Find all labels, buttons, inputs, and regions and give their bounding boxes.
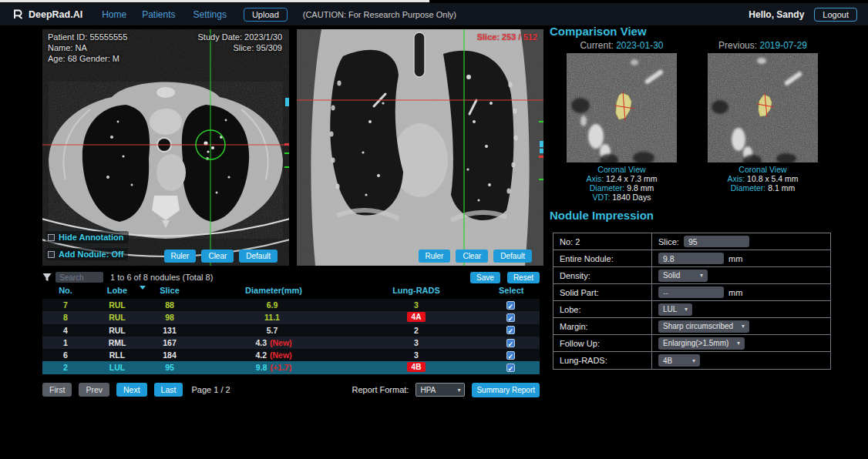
- density-value: Solid: [663, 271, 680, 280]
- diameter-value: 9.8 mm: [627, 183, 654, 193]
- lobe-select[interactable]: LUL ▾: [658, 303, 692, 316]
- coronal-viewer: Slice: 253 / 512 Ruler Clear Default: [297, 29, 543, 266]
- table-row-selected[interactable]: 2 LUL 95 9.8(+1.7) 4B: [42, 361, 540, 374]
- upload-button[interactable]: Upload: [244, 8, 288, 22]
- logout-button[interactable]: Logout: [814, 8, 857, 22]
- row-checkbox[interactable]: [506, 326, 515, 334]
- cell-no: 2: [46, 361, 85, 374]
- cell-slice: 95: [146, 361, 193, 374]
- table-row[interactable]: 1 RML 167 4.3(New) 3: [42, 337, 540, 349]
- col-lung-rads[interactable]: Lung-RADS: [378, 286, 455, 295]
- axial-clear-button[interactable]: Clear: [201, 250, 234, 263]
- summary-report-button[interactable]: Summary Report: [472, 383, 540, 397]
- col-diameter[interactable]: Diameter(mm): [220, 286, 328, 295]
- row-checkbox[interactable]: [506, 364, 515, 372]
- vdt-value: 1840 Days: [612, 193, 651, 202]
- nodule-table-header: No. Lobe Slice Diameter(mm) Lung-RADS Se…: [42, 286, 540, 298]
- margin-select[interactable]: Sharp circumscribed ▾: [658, 320, 749, 333]
- top-border-line: [0, 0, 429, 2]
- filter-funnel-icon[interactable]: [42, 273, 52, 282]
- col-lobe[interactable]: Lobe: [94, 286, 140, 295]
- row-checkbox[interactable]: [506, 301, 515, 310]
- col-slice[interactable]: Slice: [146, 286, 193, 295]
- axial-ct-canvas[interactable]: [42, 29, 289, 266]
- cell-lung-rads: 2: [378, 324, 455, 337]
- nav-link-patients[interactable]: Patients: [142, 9, 175, 20]
- cell-lobe: RUL: [94, 324, 140, 337]
- next-page-button[interactable]: Next: [116, 383, 147, 397]
- diameter-value: 8.1 mm: [768, 183, 795, 193]
- entire-nodule-input[interactable]: [658, 253, 724, 264]
- cell-diameter: 6.9: [220, 299, 328, 311]
- coronal-ct-canvas[interactable]: [297, 29, 543, 266]
- col-select[interactable]: Select: [499, 286, 522, 295]
- solid-part-unit: mm: [728, 288, 742, 297]
- caution-text: (CAUTION: For Research Purpose Only): [303, 10, 456, 19]
- table-row[interactable]: 4 RUL 131 5.7 2: [42, 324, 540, 337]
- impression-slice-input[interactable]: [684, 236, 749, 247]
- cell-select: [499, 361, 522, 374]
- add-nodule-toggle[interactable]: Add Nodule: Off: [45, 248, 128, 260]
- vdt-label: VDT:: [593, 193, 611, 202]
- hide-annotation-toggle[interactable]: Hide Annotation: [45, 231, 129, 243]
- row-checkbox[interactable]: [506, 313, 515, 322]
- coronal-default-button[interactable]: Default: [493, 250, 532, 263]
- cell-slice: 98: [146, 311, 193, 323]
- report-format-select[interactable]: HPA ▾: [415, 383, 465, 397]
- table-row[interactable]: 7 RUL 88 6.9 3: [42, 299, 540, 311]
- cell-diameter: 4.3(New): [220, 337, 328, 349]
- nodule-filter-bar: 1 to 6 of 8 nodules (Total 8) Save Reset: [42, 270, 540, 284]
- previous-date: 2019-07-29: [759, 40, 806, 51]
- save-button[interactable]: Save: [470, 272, 500, 283]
- search-input[interactable]: [56, 272, 103, 283]
- margin-value: Sharp circumscribed: [663, 322, 733, 330]
- axial-ruler-button[interactable]: Ruler: [164, 250, 197, 263]
- first-page-button[interactable]: First: [42, 383, 72, 397]
- brand[interactable]: DeepRad.AI: [12, 8, 82, 20]
- row-checkbox[interactable]: [506, 339, 515, 347]
- hide-annotation-checkbox[interactable]: [48, 234, 55, 241]
- comparison-previous-details: Coronal View Axis: 10.8 x 5.4 mm Diamete…: [708, 165, 818, 193]
- add-nodule-label: Add Nodule: Off: [59, 250, 123, 259]
- add-nodule-checkbox[interactable]: [48, 251, 55, 258]
- reset-button[interactable]: Reset: [507, 272, 540, 283]
- follow-up-select[interactable]: Enlarging(>1.5mm) ▾: [658, 337, 745, 350]
- last-page-button[interactable]: Last: [154, 383, 183, 397]
- cell-slice: 184: [146, 349, 193, 361]
- top-navbar: DeepRad.AI Home Patients Settings Upload…: [0, 3, 868, 25]
- density-select[interactable]: Solid ▾: [658, 270, 708, 282]
- cell-no: 7: [46, 299, 85, 311]
- table-row[interactable]: 6 RLL 184 4.2(New) 3: [42, 349, 540, 361]
- cell-diameter: 5.7: [220, 324, 328, 337]
- sort-desc-icon[interactable]: [140, 286, 146, 290]
- axis-label: Axis:: [586, 174, 604, 183]
- axis-value: 10.8 x 5.4 mm: [747, 174, 799, 183]
- comparison-thumb-current[interactable]: [567, 53, 677, 162]
- chevron-down-icon: ▾: [737, 340, 740, 347]
- solid-part-input[interactable]: [658, 286, 724, 298]
- deeprad-logo-icon: [12, 8, 24, 20]
- lung-rads-value: 4B: [663, 357, 672, 365]
- col-no[interactable]: No.: [46, 286, 85, 295]
- impression-slice-label: Slice:: [658, 237, 679, 246]
- nav-link-settings[interactable]: Settings: [193, 9, 227, 20]
- lobe-label: Lobe:: [553, 301, 652, 317]
- cell-select: [499, 324, 522, 337]
- lung-rads-select[interactable]: 4B ▾: [658, 354, 700, 367]
- patient-id: Patient ID: 55555555: [48, 32, 127, 42]
- coronal-toolbar: Ruler Clear Default: [419, 250, 533, 263]
- nav-link-home[interactable]: Home: [102, 9, 126, 20]
- axial-default-button[interactable]: Default: [239, 250, 278, 263]
- nodule-impression-title: Nodule Impression: [550, 209, 654, 222]
- table-row[interactable]: 8 RUL 98 11.1 4A: [42, 311, 540, 323]
- lung-rads-label: Lung-RADS:: [553, 352, 652, 369]
- previous-label: Previous:: [718, 40, 757, 51]
- nodule-table-body: 7 RUL 88 6.9 3 8 RUL 98 11.1 4A 4 RUL 13…: [42, 299, 540, 374]
- coronal-ruler-button[interactable]: Ruler: [419, 250, 451, 263]
- solid-part-label: Solid Part:: [553, 284, 652, 300]
- prev-page-button[interactable]: Prev: [79, 383, 109, 397]
- coronal-clear-button[interactable]: Clear: [456, 250, 488, 263]
- row-checkbox[interactable]: [506, 351, 515, 360]
- comparison-thumb-previous[interactable]: [708, 53, 818, 162]
- study-date: Study Date: 2023/1/30: [198, 32, 282, 42]
